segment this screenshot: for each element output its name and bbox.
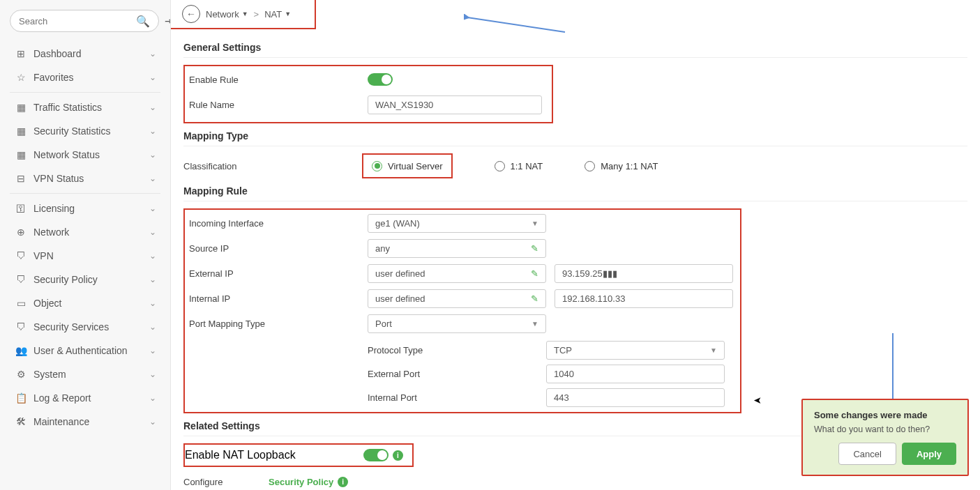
nav-licensing[interactable]: ⚿Licensing⌄ <box>10 197 160 220</box>
clipboard-icon: 📋 <box>14 392 28 404</box>
chevron-down-icon: ⌄ <box>149 393 156 403</box>
nav-vpn[interactable]: ⛉VPN⌄ <box>10 244 160 268</box>
nav-group-top: ⊞ Dashboard ⌄ ☆ Favorites ⌄ <box>10 39 160 93</box>
chevron-down-icon: ⌄ <box>149 174 156 183</box>
nav-network-status[interactable]: ▦Network Status⌄ <box>10 143 160 167</box>
nav-log-report[interactable]: 📋Log & Report⌄ <box>10 386 160 410</box>
input-external-ip[interactable] <box>555 264 733 283</box>
chevron-down-icon: ⌄ <box>149 369 156 379</box>
select-port-mapping-type[interactable]: Port ▼ <box>368 314 546 333</box>
field-external-ip-mode[interactable]: user defined ✎ <box>368 264 546 283</box>
input-rule-name[interactable] <box>368 95 542 114</box>
breadcrumb-label: Network <box>206 9 239 20</box>
nav-system[interactable]: ⚙System⌄ <box>10 362 160 386</box>
stats-icon: ▦ <box>14 102 28 113</box>
nav-object[interactable]: ▭Object⌄ <box>10 291 160 315</box>
label-external-ip: External IP <box>189 268 368 279</box>
toggle-enable-rule[interactable] <box>368 73 393 86</box>
nav-dashboard[interactable]: ⊞ Dashboard ⌄ <box>10 42 160 66</box>
gear-icon: ⚙ <box>14 369 28 380</box>
breadcrumb-network[interactable]: Network ▼ <box>206 9 248 20</box>
main-area: ← Network ▼ > NAT ▼ General Settings Ena… <box>171 0 980 490</box>
label-internal-port: Internal Port <box>368 392 546 403</box>
vpn-status-icon: ⊟ <box>14 173 28 184</box>
apply-button[interactable]: Apply <box>902 443 956 465</box>
cancel-button[interactable]: Cancel <box>838 443 896 465</box>
toggle-nat-loopback[interactable] <box>363 449 389 461</box>
link-security-policy[interactable]: Security Policy <box>269 477 333 487</box>
label-incoming-interface: Incoming Interface <box>189 218 368 229</box>
label-classification: Classification <box>183 161 362 171</box>
radio-virtual-server[interactable]: Virtual Server <box>372 161 443 171</box>
field-source-ip[interactable]: any ✎ <box>368 239 546 258</box>
chevron-down-icon: ⌄ <box>149 49 156 59</box>
dropdown-icon: ▼ <box>532 220 538 227</box>
dashboard-icon: ⊞ <box>14 48 28 59</box>
select-protocol-type[interactable]: TCP ▼ <box>546 341 725 360</box>
back-button[interactable]: ← <box>182 5 200 23</box>
nav-user-auth[interactable]: 👥User & Authentication⌄ <box>10 339 160 362</box>
shield-icon: ⛉ <box>14 274 28 285</box>
label-source-ip: Source IP <box>189 243 368 254</box>
nav-label: Maintenance <box>33 416 149 427</box>
label-enable-nat-loopback: Enable NAT Loopback <box>185 449 363 461</box>
nav-maintenance[interactable]: 🛠Maintenance⌄ <box>10 410 160 434</box>
field-internal-ip-mode[interactable]: user defined ✎ <box>368 289 546 308</box>
dropdown-icon: ▼ <box>285 10 291 17</box>
edit-icon[interactable]: ✎ <box>531 268 538 279</box>
chevron-down-icon: ⌄ <box>149 322 156 332</box>
info-icon[interactable]: i <box>393 450 403 461</box>
search-input[interactable] <box>19 16 136 26</box>
field-value: user defined <box>375 268 425 279</box>
field-value: user defined <box>375 293 425 304</box>
section-general-settings: General Settings <box>183 42 967 53</box>
breadcrumb: ← Network ▼ > NAT ▼ <box>171 0 316 29</box>
radio-label: Virtual Server <box>388 161 443 171</box>
nav-label: Traffic Statistics <box>33 102 149 113</box>
nav-label: System <box>33 369 149 380</box>
nav-label: VPN Status <box>33 173 149 184</box>
nav-label: Favorites <box>33 72 149 83</box>
radio-many-11-nat[interactable]: Many 1:1 NAT <box>585 161 658 171</box>
label-external-port: External Port <box>368 369 546 379</box>
edit-icon[interactable]: ✎ <box>531 243 538 254</box>
shield-icon: ⛉ <box>14 321 28 332</box>
nav-group-stats: ▦Traffic Statistics⌄ ▦Security Statistic… <box>10 93 160 194</box>
toast-title: Some changes were made <box>814 410 956 420</box>
chevron-down-icon: ⌄ <box>149 72 156 82</box>
chevron-down-icon: ⌄ <box>149 251 156 261</box>
chevron-down-icon: ⌄ <box>149 204 156 213</box>
select-value: TCP <box>554 345 572 355</box>
chevron-down-icon: ⌄ <box>149 126 156 136</box>
star-icon: ☆ <box>14 72 28 83</box>
chevron-down-icon: ⌄ <box>149 102 156 112</box>
edit-icon[interactable]: ✎ <box>531 293 538 304</box>
nav-label: Network <box>33 227 149 238</box>
nav-security-services[interactable]: ⛉Security Services⌄ <box>10 315 160 339</box>
nav-security-policy[interactable]: ⛉Security Policy⌄ <box>10 268 160 291</box>
nav-favorites[interactable]: ☆ Favorites ⌄ <box>10 66 160 89</box>
nav-vpn-status[interactable]: ⊟VPN Status⌄ <box>10 167 160 190</box>
chevron-down-icon: ⌄ <box>149 275 156 284</box>
breadcrumb-nat[interactable]: NAT ▼ <box>264 9 291 20</box>
section-mapping-type: Mapping Type <box>183 130 967 141</box>
nav-security-statistics[interactable]: ▦Security Statistics⌄ <box>10 119 160 143</box>
input-internal-ip[interactable] <box>555 289 733 308</box>
input-external-port[interactable] <box>546 365 725 383</box>
radio-label: Many 1:1 NAT <box>601 161 658 171</box>
info-icon[interactable]: i <box>338 477 348 487</box>
users-icon: 👥 <box>14 345 28 356</box>
breadcrumb-separator: > <box>254 9 259 20</box>
search-box[interactable]: 🔍 <box>10 10 159 32</box>
nav-network[interactable]: ⊕Network⌄ <box>10 220 160 244</box>
nav-traffic-statistics[interactable]: ▦Traffic Statistics⌄ <box>10 95 160 119</box>
nav-label: Security Statistics <box>33 125 149 137</box>
field-value: any <box>375 243 390 254</box>
nav-label: VPN <box>33 250 149 261</box>
radio-11-nat[interactable]: 1:1 NAT <box>495 161 543 171</box>
select-incoming-interface[interactable]: ge1 (WAN) ▼ <box>368 214 546 233</box>
chevron-down-icon: ⌄ <box>149 227 156 237</box>
label-port-mapping-type: Port Mapping Type <box>189 319 368 329</box>
collapse-sidebar-icon[interactable]: ⇥ <box>163 14 171 28</box>
input-internal-port[interactable] <box>546 388 725 407</box>
